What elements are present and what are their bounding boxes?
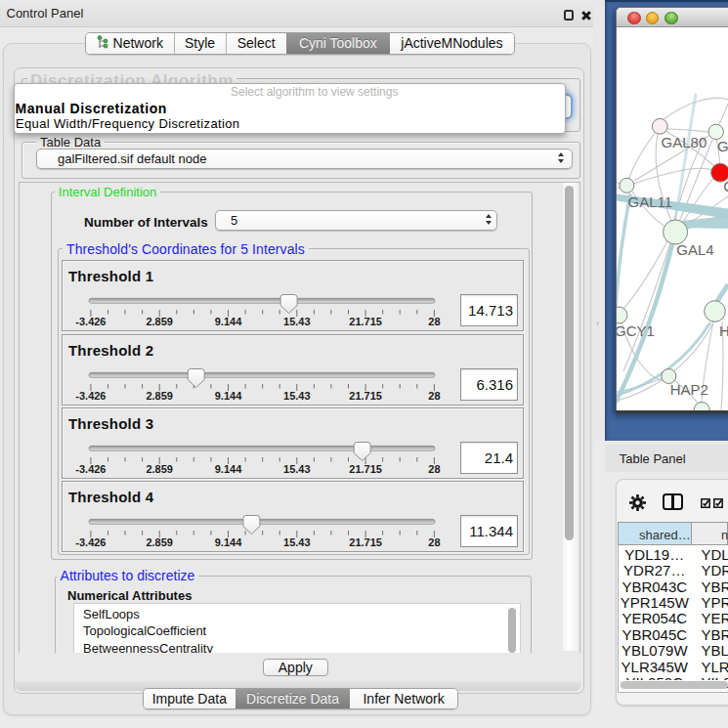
svg-text:GAL4: GAL4	[676, 241, 713, 258]
svg-text:GA: GA	[717, 138, 728, 154]
svg-text:GAL11: GAL11	[628, 193, 673, 210]
svg-text:HI: HI	[719, 322, 728, 339]
svg-text:GAL80: GAL80	[662, 134, 707, 150]
svg-text:HAP2: HAP2	[670, 381, 708, 398]
svg-text:G: G	[723, 178, 728, 194]
svg-text:GCY1: GCY1	[617, 322, 655, 339]
